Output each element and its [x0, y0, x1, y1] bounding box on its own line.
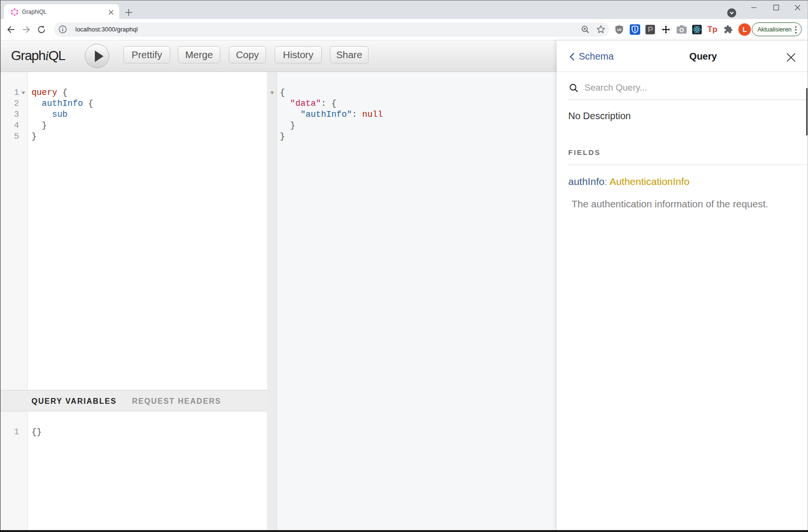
svg-text:U0: U0	[617, 28, 622, 31]
